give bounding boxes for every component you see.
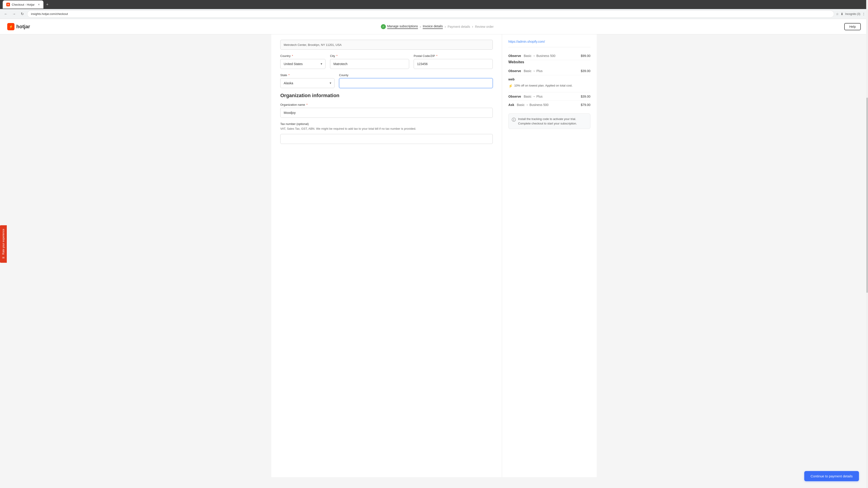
state-label: State * bbox=[280, 73, 335, 77]
required-marker: * bbox=[306, 103, 307, 106]
city-input[interactable] bbox=[330, 59, 409, 69]
state-group: State * Alaska ▼ bbox=[280, 73, 335, 88]
step-manage-subscriptions[interactable]: ✓ Manage subscriptions bbox=[381, 24, 418, 29]
address-bar[interactable]: insights.hotjar.com/checkout bbox=[27, 10, 834, 18]
nav-actions: ☆ ⬇ Incognito (3) ⋮ bbox=[836, 12, 865, 16]
logo-text: hotjar bbox=[16, 24, 30, 30]
discount-icon: ⚡ bbox=[508, 84, 513, 88]
hotjar-logo: ⚡ hotjar bbox=[7, 23, 30, 30]
summary-item-observe-plus: Observe Basic → Plus $39.00 bbox=[508, 67, 590, 75]
scrollbar-thumb[interactable] bbox=[866, 98, 868, 293]
county-group: County bbox=[339, 73, 493, 88]
rate-experience-sidebar[interactable]: ✉ Rate your experience bbox=[0, 225, 7, 263]
step-payment-details[interactable]: Payment details bbox=[447, 25, 470, 29]
browser-tab-bar: H Checkout - Hotjar × + bbox=[0, 0, 868, 9]
step-check-icon: ✓ bbox=[381, 24, 386, 29]
step-arrow-2: › bbox=[445, 25, 446, 29]
tab-favicon: H bbox=[6, 3, 10, 6]
country-select-wrapper: United States ▼ bbox=[280, 59, 326, 69]
tab-close-button[interactable]: × bbox=[38, 3, 40, 6]
summary-url[interactable]: https://admin.shopify.com/ bbox=[508, 40, 590, 47]
browser-nav: ← → ↻ insights.hotjar.com/checkout ☆ ⬇ I… bbox=[0, 9, 868, 19]
logo-icon: ⚡ bbox=[7, 23, 14, 30]
step-invoice-details[interactable]: Invoice details bbox=[423, 24, 443, 29]
download-icon[interactable]: ⬇ bbox=[841, 12, 843, 16]
country-select[interactable]: United States bbox=[280, 59, 326, 69]
tax-hint: VAT, Sales Tax, GST, ABN. We might be re… bbox=[280, 127, 493, 130]
checkout-steps: ✓ Manage subscriptions › Invoice details… bbox=[30, 24, 844, 29]
required-marker: * bbox=[336, 54, 338, 58]
websites-section: Websites Observe Basic → Plus $39.00 web… bbox=[508, 60, 590, 109]
tax-number-group: Tax number (optional) VAT, Sales Tax, GS… bbox=[280, 122, 493, 144]
state-select[interactable]: Alaska bbox=[280, 78, 335, 88]
active-tab[interactable]: H Checkout - Hotjar × bbox=[3, 0, 43, 8]
scrollbar[interactable] bbox=[866, 0, 868, 477]
menu-icon[interactable]: ⋮ bbox=[862, 12, 865, 16]
summary-item-ask-business: Ask Basic → Business 500 $79.00 bbox=[508, 101, 590, 109]
county-label: County bbox=[339, 73, 493, 77]
section-title: Organization information bbox=[280, 93, 493, 98]
step-label: Manage subscriptions bbox=[387, 24, 418, 29]
required-marker: * bbox=[288, 73, 289, 77]
forward-button[interactable]: → bbox=[11, 11, 17, 17]
step-review-order[interactable]: Review order bbox=[475, 25, 493, 29]
step-label: Review order bbox=[475, 25, 493, 29]
info-icon: ⓘ bbox=[512, 117, 516, 123]
continue-button[interactable]: Continue to payment details bbox=[804, 471, 859, 477]
required-marker: * bbox=[436, 54, 437, 58]
star-icon[interactable]: ☆ bbox=[836, 12, 839, 16]
order-summary: https://admin.shopify.com/ Observe Basic… bbox=[502, 34, 597, 477]
app-header: ⚡ hotjar ✓ Manage subscriptions › Invoic… bbox=[0, 19, 868, 34]
county-input[interactable] bbox=[339, 78, 493, 88]
org-name-input[interactable] bbox=[280, 108, 493, 118]
step-arrow-3: › bbox=[472, 25, 473, 29]
org-name-label: Organization name * bbox=[280, 103, 493, 106]
tax-label: Tax number (optional) bbox=[280, 122, 493, 126]
postal-group: Postal Code/ZIP * bbox=[414, 54, 493, 69]
discount-notice: ⚡ 10% off on lowest plan. Applied on tot… bbox=[508, 82, 572, 90]
city-label: City * bbox=[330, 54, 409, 58]
rate-icon: ✉ bbox=[2, 256, 5, 259]
summary-item-observe-business: Observe Basic → Business 500 $99.00 bbox=[508, 52, 590, 60]
new-tab-button[interactable]: + bbox=[44, 1, 51, 8]
summary-item-web: web ⚡ 10% off on lowest plan. Applied on… bbox=[508, 75, 590, 92]
country-group: Country * United States ▼ bbox=[280, 54, 326, 69]
state-select-wrapper: Alaska ▼ bbox=[280, 78, 335, 88]
help-button[interactable]: Help bbox=[844, 23, 861, 30]
form-row-location: Country * United States ▼ City * bbox=[280, 54, 493, 69]
city-group: City * bbox=[330, 54, 409, 69]
websites-title: Websites bbox=[508, 60, 590, 64]
form-row-state-county: State * Alaska ▼ County bbox=[280, 73, 493, 88]
postal-input[interactable] bbox=[414, 59, 493, 69]
rate-text: Rate your experience bbox=[2, 229, 5, 255]
required-marker: * bbox=[292, 54, 293, 58]
org-name-group: Organization name * bbox=[280, 103, 493, 118]
step-arrow-1: › bbox=[420, 25, 421, 29]
tax-input[interactable] bbox=[280, 134, 493, 144]
address-display: Metrotech Center, Brooklyn, NY 11201, US… bbox=[280, 40, 493, 50]
refresh-button[interactable]: ↻ bbox=[19, 11, 25, 17]
install-notice: ⓘ Install the tracking code to activate … bbox=[508, 113, 590, 129]
summary-item-observe-plus-2: Observe Basic → Plus $39.00 bbox=[508, 92, 590, 101]
country-label: Country * bbox=[280, 54, 326, 58]
back-button[interactable]: ← bbox=[3, 11, 9, 17]
step-label: Payment details bbox=[447, 25, 470, 29]
main-content: Metrotech Center, Brooklyn, NY 11201, US… bbox=[271, 34, 597, 477]
postal-label: Postal Code/ZIP * bbox=[414, 54, 493, 58]
tab-title: Checkout - Hotjar bbox=[12, 3, 35, 6]
step-label: Invoice details bbox=[423, 24, 443, 29]
form-area: Metrotech Center, Brooklyn, NY 11201, US… bbox=[271, 34, 502, 477]
profile-icon[interactable]: Incognito (3) bbox=[845, 12, 860, 15]
